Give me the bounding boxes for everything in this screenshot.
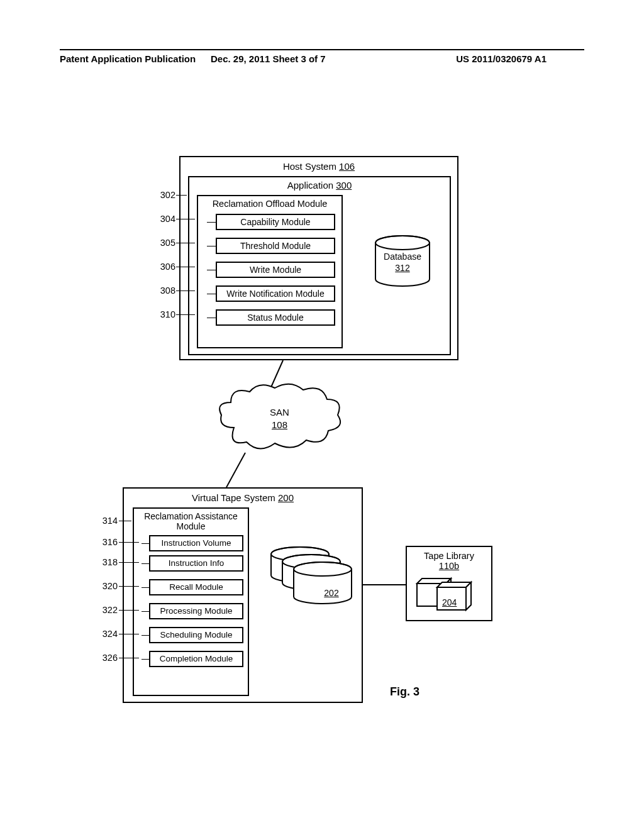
host-title-ref: 106 — [339, 161, 355, 172]
svg-marker-16 — [466, 582, 471, 610]
tick-322-outer — [119, 610, 139, 611]
ref-324: 324 — [96, 629, 118, 639]
tick-320 — [142, 587, 150, 588]
app-title-text: Application — [287, 180, 333, 191]
ref-302: 302 — [153, 190, 175, 200]
tape-cartridge-ref: 204 — [442, 597, 457, 607]
tick-310-outer — [176, 314, 195, 315]
threshold-module: Threshold Module — [216, 238, 335, 254]
reclamation-assistance-title: Reclamation Assistance Module — [134, 511, 248, 531]
ref-306: 306 — [153, 262, 175, 272]
tick-302-outer — [176, 195, 187, 196]
tick-314-outer — [119, 521, 131, 521]
disk-stack: 202 — [269, 545, 357, 621]
tick-305 — [207, 246, 216, 246]
processing-module: Processing Module — [149, 603, 243, 619]
reclamation-offload-title: Reclamation Offload Module — [198, 199, 341, 209]
recall-module: Recall Module — [149, 579, 243, 595]
tick-306 — [207, 270, 216, 270]
tape-library-box: Tape Library 110b 204 — [406, 546, 492, 621]
tick-326-outer — [119, 658, 139, 658]
tick-318-outer — [119, 562, 139, 563]
tick-322 — [142, 611, 150, 612]
virtual-tape-title: Virtual Tape System 200 — [124, 492, 362, 503]
tape-library-label: Tape Library — [407, 551, 491, 561]
svg-line-1 — [226, 453, 245, 487]
ref-318: 318 — [96, 557, 118, 567]
disk-stack-icon — [269, 545, 357, 621]
host-title-text: Host System — [283, 161, 336, 172]
tick-316 — [142, 543, 150, 544]
ref-310: 310 — [153, 309, 175, 319]
ref-322: 322 — [96, 605, 118, 615]
reclamation-offload-module-box: Reclamation Offload Module Capability Mo… — [197, 195, 343, 348]
completion-module: Completion Module — [149, 651, 243, 667]
instruction-volume: Instruction Volume — [149, 535, 243, 551]
database-ref: 312 — [374, 263, 431, 273]
tick-310 — [207, 318, 216, 318]
ref-304: 304 — [153, 214, 175, 224]
cloud-icon — [215, 380, 344, 456]
tick-305-outer — [176, 243, 195, 243]
capability-module: Capability Module — [216, 214, 335, 230]
ref-316: 316 — [96, 537, 118, 547]
tick-324 — [142, 635, 150, 636]
status-module: Status Module — [216, 309, 335, 326]
ref-320: 320 — [96, 581, 118, 591]
tick-326 — [142, 659, 150, 660]
database-cylinder: Database 312 — [374, 235, 431, 285]
virtual-tape-system-box: Virtual Tape System 200 Reclamation Assi… — [123, 487, 363, 703]
tick-316-outer — [119, 542, 139, 543]
diagram-canvas: Host System 106 Application 300 Reclamat… — [0, 0, 644, 830]
san-label: SAN — [215, 407, 344, 418]
tick-304-outer — [176, 219, 195, 219]
vt-title-text: Virtual Tape System — [192, 492, 275, 503]
instruction-info: Instruction Info — [149, 555, 243, 572]
application-title: Application 300 — [189, 180, 450, 191]
san-cloud: SAN 108 — [215, 380, 344, 456]
vt-title-ref: 200 — [278, 492, 294, 503]
tick-306-outer — [176, 267, 195, 267]
ref-326: 326 — [96, 653, 118, 663]
disk-stack-ref: 202 — [287, 588, 375, 598]
host-system-box: Host System 106 Application 300 Reclamat… — [179, 156, 458, 360]
tape-library-ref: 110b — [407, 561, 491, 571]
write-notification-module: Write Notification Module — [216, 285, 335, 302]
ref-314: 314 — [96, 516, 118, 526]
tick-324-outer — [119, 634, 139, 634]
tick-308 — [207, 294, 216, 294]
tick-318 — [142, 563, 150, 564]
tick-308-outer — [176, 290, 195, 291]
database-label: Database — [374, 252, 431, 262]
ref-305: 305 — [153, 238, 175, 248]
san-ref: 108 — [215, 419, 344, 430]
tick-320-outer — [119, 586, 139, 587]
ref-308: 308 — [153, 285, 175, 296]
host-system-title: Host System 106 — [180, 161, 457, 172]
reclamation-assistance-module-box: Reclamation Assistance Module Instructio… — [133, 507, 249, 696]
tick-304 — [207, 222, 216, 223]
app-title-ref: 300 — [336, 180, 352, 191]
scheduling-module: Scheduling Module — [149, 627, 243, 643]
figure-label: Fig. 3 — [390, 685, 419, 699]
application-box: Application 300 Reclamation Offload Modu… — [188, 176, 451, 355]
write-module: Write Module — [216, 262, 335, 278]
